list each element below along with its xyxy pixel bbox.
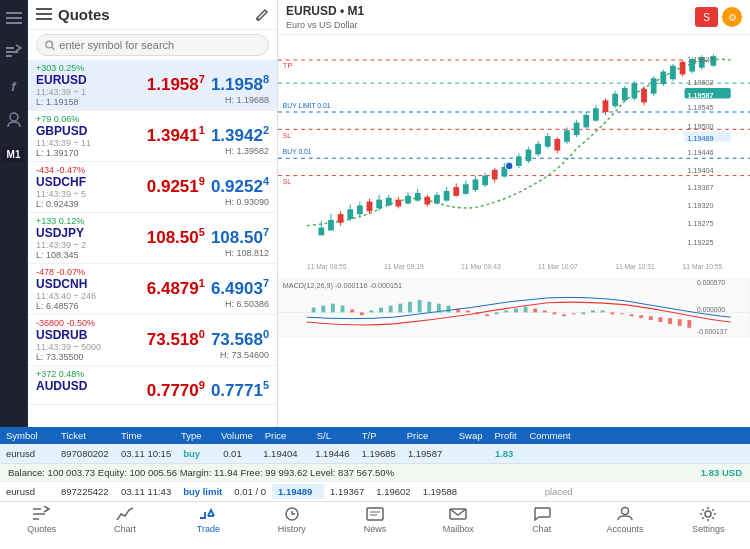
app-container: f M1 Quotes	[0, 0, 750, 549]
svg-rect-160	[678, 319, 682, 326]
usdchf-bid: 0.92519	[147, 175, 205, 197]
quote-item-usdchf[interactable]: -434 -0.47% USDCHF 11:43:39 ÷ 5 L: 0.924…	[28, 162, 277, 213]
chart-settings-button[interactable]: ⚙	[722, 7, 742, 27]
porder-price: 1.19489	[272, 484, 324, 499]
eurusd-lh: L: 1.19158	[36, 97, 147, 107]
usdrub-time: 11:43:39 ÷ 5000	[36, 342, 147, 352]
sidebar-quotes-icon[interactable]	[4, 42, 24, 62]
audusd-symbol: AUDUSD	[36, 379, 147, 393]
nav-news[interactable]: News	[333, 506, 416, 547]
sell-button[interactable]: S	[695, 7, 718, 27]
nav-chat[interactable]: Chat	[500, 506, 583, 547]
usdjpy-high: H: 108.812	[147, 248, 269, 258]
svg-rect-64	[554, 139, 560, 151]
chart-canvas[interactable]: TP BUY LIMIT 0.01 SL BUY 0.01	[278, 35, 750, 427]
svg-text:1.19489: 1.19489	[687, 134, 713, 143]
svg-rect-62	[545, 136, 551, 147]
porder-status: placed	[539, 484, 579, 499]
svg-text:1.19367: 1.19367	[687, 183, 713, 192]
gbpusd-row: GBPUSD 11:43:39 ÷ 11 L: 1.39170 1.39411 …	[36, 124, 269, 158]
svg-rect-140	[485, 314, 489, 316]
svg-rect-147	[553, 312, 557, 314]
nav-quotes[interactable]: Quotes	[0, 506, 83, 547]
svg-text:11 Mar 10:31: 11 Mar 10:31	[615, 263, 655, 270]
svg-rect-157	[649, 316, 653, 320]
col-price: Price	[259, 427, 311, 444]
svg-point-172	[705, 511, 711, 517]
active-order-row[interactable]: eurusd 897080202 03.11 10:15 buy 0.01 1.…	[0, 444, 750, 463]
nav-mailbox[interactable]: Mailbox	[417, 506, 500, 547]
gbpusd-left: GBPUSD 11:43:39 ÷ 11 L: 1.39170	[36, 124, 147, 158]
edit-icon[interactable]	[255, 8, 269, 22]
svg-text:1.19404: 1.19404	[687, 166, 713, 175]
svg-rect-52	[492, 170, 498, 180]
usdchf-time: 11:43:39 ÷ 5	[36, 189, 147, 199]
usdrub-right: 73.5180 73.5680 H: 73.54600	[147, 328, 269, 360]
usdcnh-right: 6.48791 6.49037 H: 6.50386	[147, 277, 269, 309]
quote-item-eurusd[interactable]: +303 0.25% EURUSD 11:43:39 ÷ 1 L: 1.1915…	[28, 60, 277, 111]
col-symbol: Symbol	[0, 427, 55, 444]
porder-profit	[504, 490, 539, 494]
nav-chart[interactable]: Chart	[83, 506, 166, 547]
svg-rect-44	[453, 187, 459, 196]
nav-accounts[interactable]: Accounts	[583, 506, 666, 547]
porder-volume: 0.01 / 0	[228, 484, 272, 499]
svg-rect-141	[495, 312, 499, 314]
nav-trade-label: Trade	[197, 524, 220, 534]
usdjpy-right: 108.505 108.507 H: 108.812	[147, 226, 269, 258]
gbpusd-symbol: GBPUSD	[36, 124, 147, 138]
svg-rect-90	[680, 62, 686, 75]
svg-rect-34	[405, 196, 411, 204]
usdrub-ask: 73.5680	[211, 328, 269, 350]
svg-rect-84	[651, 78, 657, 93]
quote-item-usdjpy[interactable]: +133 0.12% USDJPY 11:43:39 ÷ 2 L: 108.34…	[28, 213, 277, 264]
nav-history[interactable]: History	[250, 506, 333, 547]
accounts-nav-icon	[616, 506, 634, 522]
svg-rect-155	[630, 314, 634, 316]
quote-item-usdrub[interactable]: -36800 -0.50% USDRUB 11:43:39 ÷ 5000 L: …	[28, 315, 277, 366]
eurusd-high: H: 1.19688	[147, 95, 269, 105]
quote-item-usdcnh[interactable]: -478 -0.07% USDCNH 11:43:40 ÷ 246 L: 6.4…	[28, 264, 277, 315]
svg-text:11 Mar 09:43: 11 Mar 09:43	[461, 263, 501, 270]
usdcnh-ask: 6.49037	[211, 277, 269, 299]
sidebar-m1-badge[interactable]: M1	[4, 144, 24, 164]
svg-text:1.19500: 1.19500	[687, 122, 713, 131]
usdcnh-symbol: USDCNH	[36, 277, 147, 291]
quotes-panel: Quotes +303 0.25% EURUSD 11:43:39 ÷	[28, 0, 278, 427]
quotes-header: Quotes	[28, 0, 277, 30]
sidebar-menu-icon[interactable]	[4, 8, 24, 28]
search-input[interactable]	[59, 39, 260, 51]
quote-item-audusd[interactable]: +372 0.48% AUDUSD 0.77709 0.77715	[28, 366, 277, 405]
svg-rect-30	[386, 198, 392, 206]
pending-order-row[interactable]: eurusd 897225422 03.11 11:43 buy limit 0…	[0, 481, 750, 501]
svg-point-6	[10, 113, 18, 121]
nav-news-label: News	[364, 524, 387, 534]
porder-symbol: eurusd	[0, 484, 55, 499]
nav-settings[interactable]: Settings	[667, 506, 750, 547]
svg-rect-48	[473, 179, 479, 190]
svg-text:1.19225: 1.19225	[687, 238, 713, 247]
search-box[interactable]	[36, 34, 269, 56]
sidebar-user-icon[interactable]	[4, 110, 24, 130]
order-symbol: eurusd	[0, 446, 55, 461]
svg-rect-60	[535, 144, 541, 155]
svg-rect-50	[482, 176, 488, 186]
usdjpy-change: +133 0.12%	[36, 216, 269, 226]
svg-rect-129	[379, 308, 383, 313]
usdchf-change: -434 -0.47%	[36, 165, 269, 175]
svg-rect-76	[612, 94, 618, 107]
svg-rect-142	[504, 310, 508, 312]
chart-description: Euro vs US Dollar	[286, 20, 358, 30]
sidebar-fx-icon[interactable]: f	[4, 76, 24, 96]
usdcnh-change: -478 -0.07%	[36, 267, 269, 277]
usdjpy-bid: 108.505	[147, 226, 205, 248]
eurusd-left: EURUSD 11:43:39 ÷ 1 L: 1.19158	[36, 73, 147, 107]
svg-rect-139	[475, 312, 479, 314]
svg-text:-0.000137: -0.000137	[697, 328, 728, 335]
svg-rect-42	[444, 191, 450, 201]
svg-rect-20	[338, 214, 344, 223]
svg-text:1.19587: 1.19587	[687, 91, 713, 100]
nav-trade[interactable]: Trade	[167, 506, 250, 547]
quote-item-gbpusd[interactable]: +79 0.06% GBPUSD 11:43:39 ÷ 11 L: 1.3917…	[28, 111, 277, 162]
nav-quotes-label: Quotes	[27, 524, 56, 534]
